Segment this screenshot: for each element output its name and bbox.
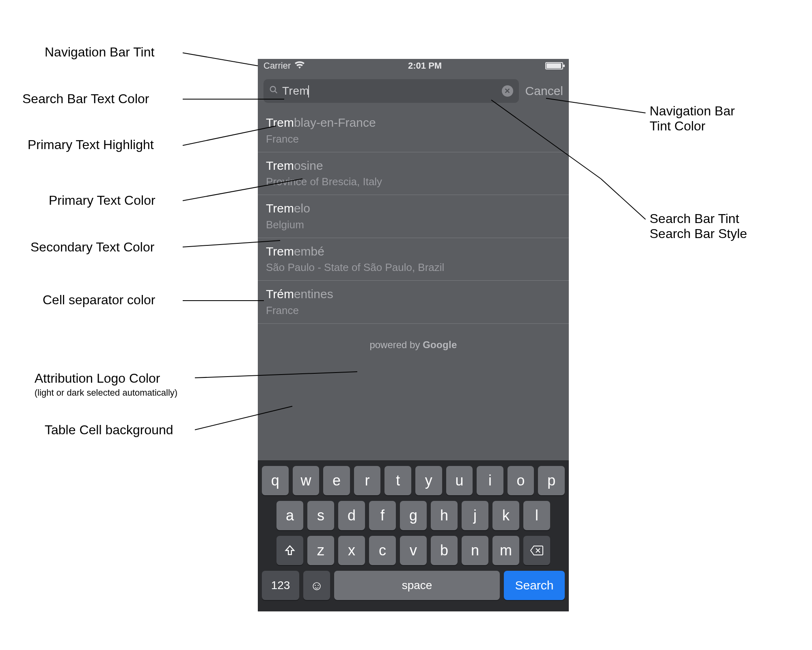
key-u[interactable]: u <box>446 466 473 495</box>
key-y[interactable]: y <box>415 466 442 495</box>
primary-highlight: Trém <box>266 287 294 301</box>
callout-attribution-logo: Attribution Logo Color (light or dark se… <box>35 371 177 398</box>
primary-highlight: Trem <box>266 159 294 172</box>
key-o[interactable]: o <box>508 466 534 495</box>
key-g[interactable]: g <box>400 501 427 530</box>
secondary-text: Belgium <box>266 219 561 231</box>
search-field[interactable]: Trem ✕ <box>263 79 519 103</box>
primary-highlight: Trem <box>266 116 294 129</box>
table-background <box>258 355 569 403</box>
primary-rest: blay-en-France <box>294 116 376 129</box>
svg-line-1 <box>275 91 277 93</box>
key-f[interactable]: f <box>369 501 396 530</box>
callout-secondary-text-color: Secondary Text Color <box>30 240 154 255</box>
space-key[interactable]: space <box>334 571 500 600</box>
key-p[interactable]: p <box>538 466 565 495</box>
callout-primary-text-color: Primary Text Color <box>49 193 155 208</box>
key-l[interactable]: l <box>523 501 550 530</box>
shift-key[interactable] <box>276 536 303 565</box>
text-cursor <box>308 85 309 98</box>
table-row[interactable]: Tremblay-en-France France <box>258 109 569 152</box>
cancel-button[interactable]: Cancel <box>525 84 563 98</box>
primary-rest: entines <box>294 287 333 301</box>
svg-line-14 <box>601 179 646 219</box>
primary-rest: embé <box>294 245 324 258</box>
clock-label: 2:01 PM <box>408 61 442 71</box>
wifi-icon <box>295 61 304 71</box>
key-m[interactable]: m <box>492 536 519 565</box>
key-h[interactable]: h <box>431 501 458 530</box>
key-z[interactable]: z <box>307 536 334 565</box>
key-a[interactable]: a <box>276 501 303 530</box>
key-k[interactable]: k <box>492 501 519 530</box>
key-r[interactable]: r <box>354 466 381 495</box>
callout-attribution-sub: (light or dark selected automatically) <box>35 388 177 398</box>
clear-icon[interactable]: ✕ <box>502 85 513 97</box>
key-t[interactable]: t <box>384 466 411 495</box>
table-row[interactable]: Tremosine Province of Brescia, Italy <box>258 152 569 195</box>
emoji-key[interactable]: ☺ <box>303 571 330 600</box>
primary-highlight: Trem <box>266 245 294 258</box>
callout-cell-separator: Cell separator color <box>43 292 155 308</box>
table-row[interactable]: Trémentines France <box>258 281 569 324</box>
key-n[interactable]: n <box>462 536 488 565</box>
table-row[interactable]: Tremelo Belgium <box>258 195 569 238</box>
key-j[interactable]: j <box>462 501 488 530</box>
key-e[interactable]: e <box>323 466 350 495</box>
status-bar: Carrier 2:01 PM <box>258 59 569 73</box>
google-logo-text: Google <box>423 339 457 350</box>
svg-point-0 <box>270 87 276 92</box>
secondary-text: Province of Brescia, Italy <box>266 176 561 188</box>
key-w[interactable]: w <box>293 466 320 495</box>
carrier-label: Carrier <box>263 61 291 71</box>
ios-screen: Carrier 2:01 PM Trem ✕ Cancel Tre <box>258 59 569 611</box>
callout-primary-highlight: Primary Text Highlight <box>28 137 154 152</box>
secondary-text: São Paulo - State of São Paulo, Brazil <box>266 261 561 274</box>
key-x[interactable]: x <box>338 536 365 565</box>
svg-line-4 <box>183 53 258 66</box>
key-s[interactable]: s <box>307 501 334 530</box>
search-text: Trem <box>282 84 498 98</box>
callout-nav-bar-tint: Navigation Bar Tint <box>45 45 154 60</box>
results-table: Tremblay-en-France France Tremosine Prov… <box>258 109 569 403</box>
battery-icon <box>545 62 563 69</box>
search-key[interactable]: Search <box>504 571 565 600</box>
backspace-key[interactable] <box>523 536 550 565</box>
key-c[interactable]: c <box>369 536 396 565</box>
table-row[interactable]: Tremembé São Paulo - State of São Paulo,… <box>258 238 569 281</box>
key-d[interactable]: d <box>338 501 365 530</box>
callout-search-bar-tint: Search Bar Tint Search Bar Style <box>650 211 747 241</box>
attribution-label: powered by Google <box>258 324 569 355</box>
key-v[interactable]: v <box>400 536 427 565</box>
primary-rest: elo <box>294 202 310 215</box>
key-b[interactable]: b <box>431 536 458 565</box>
secondary-text: France <box>266 304 561 317</box>
secondary-text: France <box>266 133 561 145</box>
search-icon <box>269 85 278 97</box>
callout-nav-tint-color: Navigation Bar Tint Color <box>650 104 735 134</box>
key-q[interactable]: q <box>262 466 289 495</box>
key-i[interactable]: i <box>477 466 503 495</box>
primary-rest: osine <box>294 159 323 172</box>
callout-table-cell-bg: Table Cell background <box>45 422 173 438</box>
primary-highlight: Trem <box>266 202 294 215</box>
callout-search-text-color: Search Bar Text Color <box>22 91 149 106</box>
keyboard: qwertyuiop asdfghjkl zxcvbnm 123 ☺ space… <box>258 460 569 611</box>
navigation-bar: Trem ✕ Cancel <box>258 73 569 109</box>
numbers-key[interactable]: 123 <box>262 571 299 600</box>
